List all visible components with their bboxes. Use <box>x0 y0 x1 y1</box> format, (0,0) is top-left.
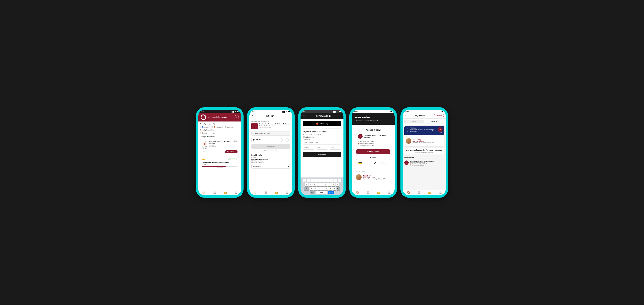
key-a[interactable]: a <box>305 183 308 186</box>
key-d[interactable]: d <box>312 183 316 186</box>
nav-menu-icon[interactable]: ☰ <box>235 191 237 194</box>
apple-pay-btn[interactable]: 🍎 Apple Pay <box>303 121 341 126</box>
phone5-wrapper: 9:42 ▲ ▮▮ < My tickets ↗ Transfer <box>400 107 448 198</box>
key-f[interactable]: f <box>316 183 320 186</box>
more-link[interactable]: ∨ more <box>202 151 206 153</box>
heart-btn[interactable]: ♥ <box>234 115 239 119</box>
event-details-link[interactable]: Event details <box>380 162 388 164</box>
exp-input[interactable] <box>303 146 315 150</box>
transfer-btn[interactable]: Transfer <box>356 155 390 160</box>
key-abc[interactable]: ABC <box>310 191 315 194</box>
form-row-exp-cvc-zip <box>303 146 341 150</box>
sending-note: ✓ We're sending your order to <box>303 134 341 136</box>
phone2-statusbar: 9:41 ▌▌▌ ▲ ▮▮ <box>250 110 292 113</box>
phone1: 9:41 ▌▌▌ ▲ ▮▮ C Centennial H <box>198 110 241 195</box>
back-chevron[interactable]: < <box>303 114 305 117</box>
key-h[interactable]: h <box>324 183 328 186</box>
pay-title: Pay with a credit or debit card <box>303 131 341 133</box>
nav4-ticket-icon[interactable]: 🎫 <box>377 191 380 194</box>
buy-tickets-btn[interactable]: Buy tickets → <box>225 150 238 153</box>
wallet-icon: 💳 <box>358 161 362 165</box>
directions-btn[interactable]: Get directions ◆ <box>251 164 290 169</box>
nav2-home-icon[interactable]: 🏠 <box>253 191 256 194</box>
phone4-time: 9:42 <box>354 111 358 112</box>
key-v[interactable]: v <box>321 187 325 190</box>
nav4-events-icon[interactable]: 🏛 <box>367 191 370 194</box>
key-delete[interactable]: ⌫ <box>337 187 340 190</box>
key-q[interactable]: q <box>303 179 306 183</box>
nav2-events-icon[interactable]: 🏛 <box>264 191 267 194</box>
key-x[interactable]: x <box>314 187 317 190</box>
phone3-statusbar: 9:41 ▌▌▌ ▲ ▮▮ <box>300 110 344 113</box>
key-b[interactable]: b <box>325 187 329 190</box>
nav4-home-icon[interactable]: 🏠 <box>356 191 359 194</box>
key-p[interactable]: p <box>338 179 341 183</box>
nav-home-icon[interactable]: 🏠 <box>202 191 206 194</box>
filter-chip-basketball1[interactable]: 🏀 Basketball <box>212 126 223 128</box>
phone1-wrapper: 9:41 ▌▌▌ ▲ ▮▮ C Centennial H <box>196 107 244 198</box>
transfer-badge[interactable]: ↗ Transfer <box>434 114 444 117</box>
use-all-btn[interactable]: Use all <box>404 120 424 123</box>
key-s[interactable]: s <box>308 183 312 186</box>
phone4-bottom-nav: 🏠 🏛 🎫 ☰ <box>352 190 394 195</box>
key-m[interactable]: m <box>333 187 336 190</box>
sponsor-avatar <box>356 174 362 180</box>
zip-input[interactable] <box>329 146 341 150</box>
key-z[interactable]: z <box>310 187 313 190</box>
qty-plus-btn[interactable]: + <box>286 138 289 142</box>
card-input[interactable] <box>303 141 341 145</box>
key-t[interactable]: t <box>318 179 322 183</box>
filter-chip-basketball2[interactable]: 📋 Basketball <box>224 126 234 128</box>
select-all-btn[interactable]: Select all <box>425 120 444 123</box>
key-w[interactable]: w <box>306 179 310 183</box>
phone2-screen: 9:41 ▌▌▌ ▲ ▮▮ < GoFan Ce <box>250 110 292 195</box>
key-c[interactable]: c <box>317 187 321 190</box>
away-chip[interactable]: ✈ Away <box>209 132 216 134</box>
nav5-menu-icon[interactable]: ☰ <box>439 191 442 194</box>
phone2-time: 9:41 <box>252 111 255 112</box>
key-k[interactable]: k <box>332 183 336 186</box>
ticket-card5-header: ADMIT ONE Adult ticket Centennial Hawks … <box>404 126 444 135</box>
nav-ticket-icon[interactable]: 🎫 <box>224 191 227 194</box>
order-title: Your order <box>354 116 392 119</box>
nav2-ticket-icon[interactable]: 🎫 <box>275 191 278 194</box>
event-detail-card: C Centennial Hawks vs Oak Ridge Bulldogs… <box>251 123 290 129</box>
buy-now-btn[interactable]: Buy now <box>303 152 341 157</box>
nav5-events-icon[interactable]: 🏛 <box>418 191 420 194</box>
nav2-menu-icon[interactable]: ☰ <box>286 191 288 194</box>
key-shift[interactable]: ⇧ <box>304 187 309 190</box>
key-r[interactable]: r <box>314 179 318 183</box>
phone1-time: 9:41 <box>201 111 204 112</box>
fundraiser-badge: ➕ Fundraiser <box>228 158 238 160</box>
sponsor5-card: Jess Reily REAL ESTATE AGENT Buy or sell… <box>406 138 442 144</box>
key-space[interactable]: space <box>316 191 327 194</box>
phone3-header: < Review and buy <box>300 113 344 119</box>
nav5-home-icon[interactable]: 🏠 <box>407 191 410 194</box>
nav4-menu-icon[interactable]: ☰ <box>388 191 391 194</box>
add-cart-btn[interactable]: Add to cart <box>251 144 290 149</box>
phone4-body: Your order ✓ This order was sent to tiff… <box>352 113 394 190</box>
key-y[interactable]: y <box>322 179 326 183</box>
nav5-ticket-icon[interactable]: 🎫 <box>428 191 432 194</box>
event1-type: Basketball <box>208 144 238 146</box>
qty-minus-btn[interactable]: − <box>280 138 283 142</box>
key-j[interactable]: j <box>328 183 332 186</box>
filter-chip-fundraisers[interactable]: 👤 Fundraisers <box>200 126 212 128</box>
event-details-section: Event Details Location Centennial High S… <box>251 154 290 163</box>
key-g[interactable]: g <box>320 183 324 186</box>
view-ticket-btn[interactable]: View my 1 ticket <box>356 149 390 154</box>
phone5-header: < My tickets ↗ Transfer <box>403 113 446 119</box>
key-o[interactable]: o <box>334 179 338 183</box>
key-search[interactable]: search <box>328 191 334 194</box>
back-btn5[interactable]: < <box>405 115 406 117</box>
home-chip[interactable]: 🏠 Home <box>200 132 208 134</box>
key-i[interactable]: i <box>330 179 334 183</box>
key-n[interactable]: n <box>329 187 332 190</box>
phone4-screen: 9:42 ▲ ▮▮ Your order ✓ This order was se… <box>352 110 394 195</box>
cvc-input[interactable] <box>316 146 328 150</box>
nav-events-icon[interactable]: 🏛 <box>213 191 216 194</box>
key-e[interactable]: e <box>310 179 314 183</box>
back-btn[interactable]: < <box>252 114 253 117</box>
key-u[interactable]: u <box>326 179 330 183</box>
key-l[interactable]: l <box>336 183 339 186</box>
